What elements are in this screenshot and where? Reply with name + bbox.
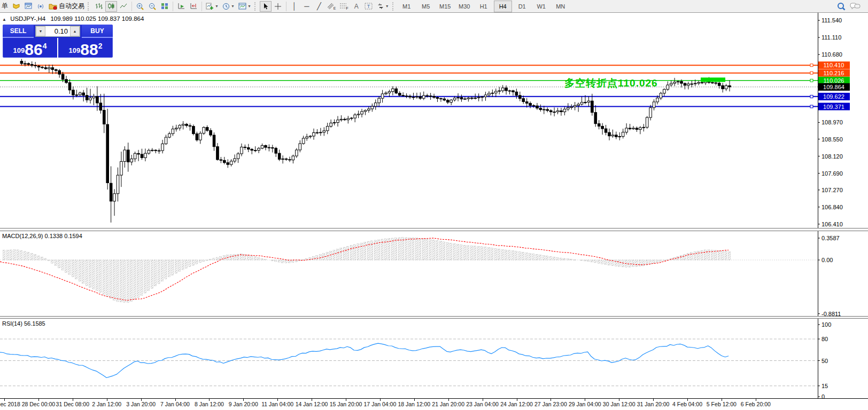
sell-price-point: 4 (43, 42, 47, 50)
volume-decrease-button[interactable]: ▼ (36, 26, 45, 36)
candle (371, 106, 374, 109)
candlestick-chart-icon[interactable] (105, 1, 117, 12)
candle (498, 91, 501, 91)
arrows-tool[interactable]: ▼ (375, 1, 391, 12)
candle (203, 128, 205, 133)
trendline-tool[interactable]: ╱ (313, 1, 325, 12)
candle (350, 118, 353, 119)
signals-icon[interactable] (35, 1, 46, 12)
time-axis-label: 18 Jan 12:00 (398, 401, 430, 407)
candle (464, 99, 467, 99)
candle (134, 153, 136, 159)
candle (333, 123, 336, 123)
mt4-window: 单 自动交易 (0, 0, 868, 410)
tf-mn-button[interactable]: MN (552, 1, 570, 12)
search-icon[interactable] (837, 2, 846, 11)
time-axis-label: 5 Feb 12:00 (707, 401, 737, 407)
candle (55, 69, 57, 70)
candle (505, 88, 508, 91)
buy-button[interactable]: BUY (82, 25, 113, 38)
crosshair-button[interactable] (272, 1, 284, 12)
dropdown-arrow-icon: ▼ (385, 4, 389, 8)
candle (68, 83, 71, 90)
chart-window-icon[interactable] (22, 1, 34, 12)
toolbar-grip[interactable] (254, 2, 258, 11)
cursor-button[interactable] (260, 1, 272, 12)
tf-h1-button[interactable]: H1 (475, 1, 493, 12)
tf-w1-button[interactable]: W1 (532, 1, 551, 12)
text-tool[interactable]: A (351, 1, 362, 12)
volume-input[interactable] (45, 26, 70, 36)
candle (691, 84, 693, 84)
toolbar-separator (173, 2, 173, 11)
candle (192, 127, 195, 134)
ohlc-values: 109.989 110.025 109.837 109.864 (50, 15, 144, 22)
candle (103, 110, 105, 124)
line-chart-icon[interactable] (118, 1, 129, 12)
tile-windows-button[interactable] (159, 1, 170, 12)
fibonacci-f-label: F (346, 6, 348, 10)
periods-button[interactable]: ▼ (221, 1, 236, 12)
vertical-line-tool[interactable]: │ (289, 1, 300, 12)
templates-button[interactable]: ▼ (237, 1, 253, 12)
dropdown-arrow-icon: ▼ (215, 4, 219, 8)
axis-tick-label: 0 (821, 393, 825, 398)
zoom-in-button[interactable] (134, 1, 146, 12)
text-label-tool[interactable]: T (363, 1, 375, 12)
candle (553, 112, 556, 113)
candle (127, 150, 129, 162)
toolbar-grip[interactable] (392, 2, 396, 11)
candle (584, 102, 587, 103)
chart-shift-icon (190, 3, 198, 10)
tf-m30-button[interactable]: M30 (455, 1, 474, 12)
sell-button[interactable]: SELL (3, 25, 34, 38)
candle (378, 98, 381, 103)
autotrading-button[interactable]: 自动交易 (47, 1, 86, 12)
order-book-icon[interactable] (10, 1, 22, 12)
price-chart[interactable]: 111.540111.110110.680108.970108.550108.1… (0, 13, 868, 228)
new-order-label[interactable]: 单 (0, 2, 10, 11)
candle (402, 96, 405, 96)
macd-chart[interactable]: 0.35870.00-0.8811 (0, 231, 868, 316)
time-axis-label: 17 Jan 04:00 (364, 401, 397, 407)
volume-increase-button[interactable]: ▲ (70, 26, 80, 36)
fibonacci-tool[interactable]: F (338, 1, 350, 12)
candle (230, 161, 232, 164)
candle (625, 128, 628, 132)
candle (611, 135, 614, 136)
tf-m5-button[interactable]: M5 (417, 1, 435, 12)
indicators-button[interactable]: ▼ (204, 1, 220, 12)
chart-shift-button[interactable] (188, 1, 199, 12)
candle (282, 159, 284, 159)
candle (529, 103, 532, 105)
auto-scroll-button[interactable] (175, 1, 187, 12)
candle (474, 98, 477, 98)
sell-price[interactable]: 109 86 4 (3, 38, 57, 58)
candle (292, 156, 294, 160)
chat-icon[interactable] (850, 2, 861, 10)
axis-tick-label: 50 (821, 358, 828, 364)
candle (99, 103, 102, 111)
candle (587, 101, 590, 102)
candle (75, 95, 78, 96)
autotrading-icon (49, 3, 57, 10)
channel-tool[interactable]: E (326, 1, 338, 12)
candle (715, 83, 717, 83)
tf-d1-button[interactable]: D1 (513, 1, 531, 12)
dropdown-arrow-icon: ▼ (231, 4, 235, 8)
candle (347, 119, 350, 120)
bar-chart-icon[interactable] (93, 1, 105, 12)
label-icon: T (365, 3, 373, 10)
tf-m15-button[interactable]: M15 (436, 1, 454, 12)
time-axis-label: 9 Jan 20:00 (229, 401, 258, 407)
zoom-out-button[interactable] (146, 1, 158, 12)
tf-h4-button[interactable]: H4 (494, 1, 512, 12)
toolbar-grip[interactable] (88, 2, 91, 11)
macd-panel: 0.35870.00-0.8811 MACD(12,26,9) 0.1338 0… (0, 231, 868, 316)
horizontal-line-tool[interactable]: ─ (301, 1, 313, 12)
buy-price[interactable]: 109 88 2 (58, 38, 113, 58)
candle (374, 103, 377, 106)
collapse-icon[interactable]: ▲ (2, 17, 6, 22)
tf-m1-button[interactable]: M1 (398, 1, 416, 12)
rsi-chart[interactable]: 1008050150 (0, 319, 868, 398)
